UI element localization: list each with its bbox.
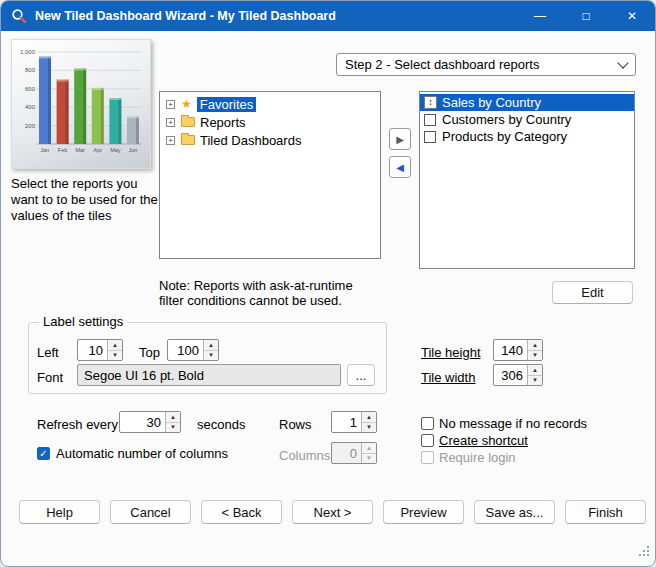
- folder-icon: [181, 117, 195, 127]
- svg-text:Feb: Feb: [58, 147, 67, 153]
- spin-down-icon[interactable]: ▼: [528, 351, 542, 361]
- maximize-button[interactable]: □: [563, 1, 609, 31]
- spin-down-icon[interactable]: ▼: [362, 423, 376, 433]
- runtime-filter-note: Note: Reports with ask-at-runtime filter…: [159, 278, 353, 308]
- expand-icon[interactable]: +: [166, 100, 175, 109]
- svg-text:May: May: [110, 147, 121, 153]
- arrow-right-icon: ▶: [396, 134, 404, 145]
- tile-width-spinner[interactable]: 306 ▲▼: [493, 364, 543, 386]
- spin-up-icon[interactable]: ▲: [528, 340, 542, 351]
- columns-label: Columns: [279, 448, 330, 463]
- svg-text:800: 800: [25, 67, 36, 73]
- left-label: Left: [37, 345, 59, 360]
- no-message-label: No message if no records: [439, 416, 587, 431]
- back-button[interactable]: < Back: [201, 500, 282, 524]
- list-item-label: Products by Category: [442, 129, 567, 144]
- tile-height-value[interactable]: 140: [494, 340, 527, 360]
- tile-width-label: Tile width: [421, 370, 475, 385]
- svg-text:200: 200: [25, 123, 36, 129]
- tree-item-label: Reports: [200, 115, 246, 130]
- left-value[interactable]: 10: [78, 340, 107, 360]
- font-browse-button[interactable]: ...: [347, 364, 375, 386]
- tile-height-label: Tile height: [421, 345, 481, 360]
- footer-buttons: Help Cancel < Back Next > Preview Save a…: [19, 500, 646, 524]
- refresh-spinner[interactable]: 30 ▲▼: [119, 411, 181, 433]
- step-selector[interactable]: Step 2 - Select dashboard reports: [336, 53, 636, 76]
- left-spinner[interactable]: 10 ▲▼: [77, 339, 123, 361]
- check-icon: ✓: [39, 448, 47, 459]
- svg-text:400: 400: [25, 104, 36, 110]
- move-left-button[interactable]: ◀: [389, 156, 411, 178]
- expand-icon[interactable]: +: [166, 118, 175, 127]
- spin-down-icon[interactable]: ▼: [528, 376, 542, 386]
- next-button[interactable]: Next >: [292, 500, 373, 524]
- cancel-button[interactable]: Cancel: [110, 500, 191, 524]
- svg-text:Mar: Mar: [75, 147, 85, 153]
- rows-value[interactable]: 1: [332, 412, 361, 432]
- list-item-label: Customers by Country: [442, 112, 571, 127]
- top-spinner[interactable]: 100 ▲▼: [167, 339, 219, 361]
- report-icon: [424, 114, 436, 126]
- require-login-label: Require login: [439, 450, 516, 465]
- chevron-down-icon: [617, 57, 628, 68]
- require-login-checkbox: [421, 451, 434, 464]
- preview-chart: 1,000800600400200 JanFebMarAprMayJun: [11, 39, 151, 169]
- spin-up-icon[interactable]: ▲: [528, 365, 542, 376]
- spin-down-icon[interactable]: ▼: [108, 351, 122, 361]
- save-as-button[interactable]: Save as...: [474, 500, 555, 524]
- step-selector-value: Step 2 - Select dashboard reports: [345, 57, 539, 72]
- spin-up-icon[interactable]: ▲: [166, 412, 180, 423]
- move-right-button[interactable]: ▶: [389, 128, 411, 150]
- refresh-value[interactable]: 30: [120, 412, 165, 432]
- spin-up-icon[interactable]: ▲: [204, 340, 218, 351]
- tree-item-label: Tiled Dashboards: [200, 133, 301, 148]
- svg-text:Jun: Jun: [129, 147, 138, 153]
- svg-text:600: 600: [25, 86, 36, 92]
- tree-item-favorites[interactable]: + ★ Favorites: [160, 95, 380, 113]
- spin-down-icon[interactable]: ▼: [204, 351, 218, 361]
- selected-reports-list[interactable]: ↕ Sales by Country Customers by Country …: [419, 91, 635, 269]
- seconds-label: seconds: [197, 417, 245, 432]
- arrow-left-icon: ◀: [396, 162, 404, 173]
- font-field[interactable]: Segoe UI 16 pt. Bold: [77, 364, 341, 386]
- help-button[interactable]: Help: [19, 500, 100, 524]
- spin-down-icon[interactable]: ▼: [166, 423, 180, 433]
- spin-up-icon[interactable]: ▲: [108, 340, 122, 351]
- create-shortcut-checkbox[interactable]: [421, 434, 434, 447]
- resize-grip-icon[interactable]: [638, 543, 650, 561]
- spin-up-icon: ▲: [362, 443, 376, 454]
- rows-spinner[interactable]: 1 ▲▼: [331, 411, 377, 433]
- top-value[interactable]: 100: [168, 340, 203, 360]
- tree-item-label: Favorites: [197, 97, 256, 112]
- report-icon: [424, 131, 436, 143]
- svg-text:Apr: Apr: [94, 147, 103, 153]
- rows-label: Rows: [279, 417, 312, 432]
- font-label: Font: [37, 370, 63, 385]
- tree-item-reports[interactable]: + Reports: [160, 113, 380, 131]
- tile-width-value[interactable]: 306: [494, 365, 527, 385]
- folder-icon: [181, 135, 195, 145]
- close-button[interactable]: ✕: [609, 1, 655, 31]
- columns-value: 0: [332, 443, 361, 463]
- list-item[interactable]: Customers by Country: [420, 111, 634, 128]
- report-tree[interactable]: + ★ Favorites + Reports + Tiled Dashboar…: [159, 91, 381, 259]
- auto-columns-checkbox[interactable]: ✓: [37, 447, 50, 460]
- expand-icon[interactable]: +: [166, 136, 175, 145]
- spin-up-icon[interactable]: ▲: [362, 412, 376, 423]
- wizard-dialog: New Tiled Dashboard Wizard - My Tiled Da…: [0, 0, 656, 567]
- preview-caption: Select the reports you want to to be use…: [11, 176, 161, 224]
- title-bar: New Tiled Dashboard Wizard - My Tiled Da…: [1, 1, 655, 31]
- finish-button[interactable]: Finish: [565, 500, 646, 524]
- window-title: New Tiled Dashboard Wizard - My Tiled Da…: [35, 9, 336, 23]
- minimize-button[interactable]: —: [517, 1, 563, 31]
- tile-height-spinner[interactable]: 140 ▲▼: [493, 339, 543, 361]
- edit-button[interactable]: Edit: [552, 281, 633, 304]
- reorder-icon: ↕: [424, 96, 437, 109]
- tree-item-tiled-dashboards[interactable]: + Tiled Dashboards: [160, 131, 380, 149]
- no-message-checkbox[interactable]: [421, 417, 434, 430]
- preview-button[interactable]: Preview: [383, 500, 464, 524]
- spin-down-icon: ▼: [362, 454, 376, 464]
- list-item[interactable]: Products by Category: [420, 128, 634, 145]
- list-item[interactable]: ↕ Sales by Country: [420, 94, 634, 111]
- star-icon: ★: [181, 98, 192, 110]
